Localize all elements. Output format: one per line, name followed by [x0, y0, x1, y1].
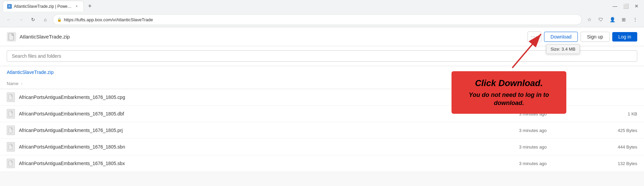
back-button[interactable]: ←	[4, 15, 14, 24]
bookmark-icon[interactable]: ☆	[585, 15, 594, 24]
table-row[interactable]: AfricanPortsAntiguaEmbarkments_1676_1805…	[0, 155, 644, 172]
address-bar[interactable]: 🔒 https://tufts.app.box.com/v/AtlanticSl…	[53, 14, 582, 25]
close-window-button[interactable]: ✕	[632, 1, 641, 11]
file-modified: 3 minutes ago	[519, 144, 587, 150]
size-tooltip: Size: 3.4 MB	[546, 44, 580, 54]
file-type-icon	[7, 92, 15, 102]
table-row[interactable]: AfricanPortsAntiguaEmbarkments_1676_1805…	[0, 106, 644, 122]
file-modified: 3 minutes ago	[519, 95, 587, 100]
tooltip-text: Size: 3.4 MB	[546, 44, 580, 54]
file-type-icon	[7, 109, 15, 118]
download-button[interactable]: Download	[544, 32, 578, 42]
app-header-left: AtlanticSlaveTrade.zip	[7, 32, 70, 42]
file-type-icon	[7, 142, 15, 152]
file-size: 1 KB	[587, 111, 637, 116]
url-text: https://tufts.app.box.com/v/AtlanticSlav…	[64, 17, 577, 22]
breadcrumb-text: AtlanticSlaveTrade.zip	[7, 70, 54, 75]
refresh-button[interactable]: ↻	[28, 15, 38, 24]
tab-title: AtlanticSlaveTrade.zip | Powere...	[14, 4, 72, 9]
tab-favicon: B	[7, 4, 12, 9]
table-row[interactable]: AfricanPortsAntiguaEmbarkments_1676_1805…	[0, 89, 644, 106]
home-button[interactable]: ⌂	[41, 15, 50, 24]
table-row[interactable]: AfricanPortsAntiguaEmbarkments_1676_1805…	[0, 122, 644, 139]
more-options-button[interactable]: ···	[527, 31, 541, 42]
app-content: AtlanticSlaveTrade.zip ··· Download Sign…	[0, 27, 644, 172]
file-type-icon	[7, 126, 15, 135]
minimize-button[interactable]: —	[610, 1, 620, 11]
active-tab[interactable]: B AtlanticSlaveTrade.zip | Powere... ×	[3, 1, 84, 11]
forward-button[interactable]: →	[16, 15, 26, 24]
file-size: 444 Bytes	[587, 144, 637, 150]
new-tab-button[interactable]: +	[85, 1, 95, 11]
file-name: AfricanPortsAntiguaEmbarkments_1676_1805…	[19, 161, 519, 166]
file-list: Name ↑ Modified AfricanPortsAntiguaEmbar…	[0, 78, 644, 172]
file-size: 132 Bytes	[587, 161, 637, 166]
tab-bar: B AtlanticSlaveTrade.zip | Powere... × +…	[0, 0, 644, 12]
lock-icon: 🔒	[57, 18, 62, 22]
file-list-header: Name ↑ Modified	[0, 78, 644, 89]
maximize-button[interactable]: ⬜	[621, 1, 630, 11]
file-name: AfricanPortsAntiguaEmbarkments_1676_1805…	[19, 128, 519, 133]
column-name-header: Name ↑	[7, 81, 519, 86]
file-name: AfricanPortsAntiguaEmbarkments_1676_1805…	[19, 144, 519, 150]
login-button[interactable]: Log in	[612, 32, 637, 42]
nav-right-icons: ☆ 🛡 👤 ⊞ ⋮	[585, 15, 640, 24]
nav-bar: ← → ↻ ⌂ 🔒 https://tufts.app.box.com/v/At…	[0, 12, 644, 27]
breadcrumb: AtlanticSlaveTrade.zip	[0, 66, 644, 78]
app-header: AtlanticSlaveTrade.zip ··· Download Sign…	[0, 27, 644, 46]
sort-arrow-icon: ↑	[21, 82, 23, 86]
file-name: AfricanPortsAntiguaEmbarkments_1676_1805…	[19, 95, 519, 100]
browser-chrome: B AtlanticSlaveTrade.zip | Powere... × +…	[0, 0, 644, 27]
header-file-name: AtlanticSlaveTrade.zip	[20, 34, 70, 39]
zip-file-icon	[7, 32, 16, 42]
tab-close-button[interactable]: ×	[74, 4, 79, 9]
search-input[interactable]	[7, 50, 637, 62]
account-icon[interactable]: 👤	[608, 15, 617, 24]
file-type-icon	[7, 159, 15, 168]
signup-button[interactable]: Sign up	[581, 32, 609, 42]
browser-menu-icon[interactable]: ⋮	[630, 15, 640, 24]
table-row[interactable]: AfricanPortsAntiguaEmbarkments_1676_1805…	[0, 139, 644, 155]
file-modified: 3 minutes ago	[519, 161, 587, 166]
file-size: 425 Bytes	[587, 128, 637, 133]
app-header-right: ··· Download Sign up Log in	[527, 31, 637, 42]
file-modified: 3 minutes ago	[519, 111, 587, 116]
extensions-icon[interactable]: ⊞	[619, 15, 628, 24]
column-modified-header: Modified	[519, 81, 587, 86]
shield-icon[interactable]: 🛡	[596, 15, 606, 24]
file-modified: 3 minutes ago	[519, 128, 587, 133]
file-name: AfricanPortsAntiguaEmbarkments_1676_1805…	[19, 111, 519, 116]
